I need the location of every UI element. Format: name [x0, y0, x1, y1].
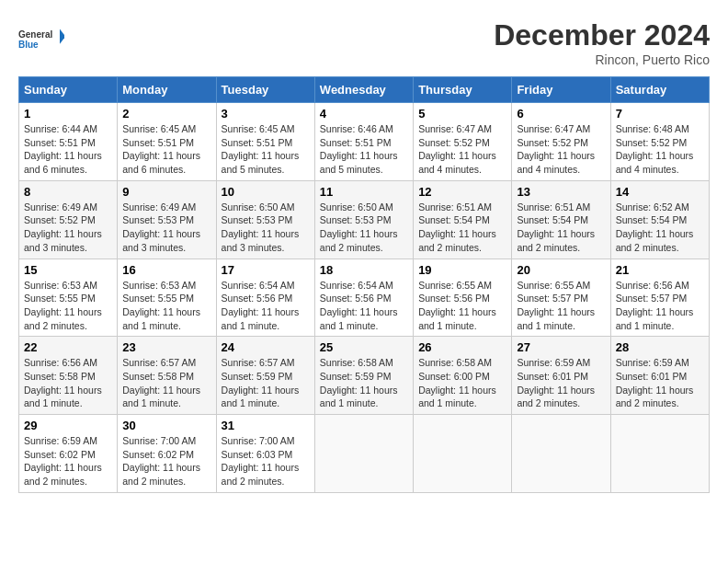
day-info: Sunrise: 6:59 AM Sunset: 6:01 PM Dayligh…	[616, 356, 704, 410]
day-info: Sunrise: 6:45 AM Sunset: 5:51 PM Dayligh…	[122, 122, 210, 177]
day-number: 23	[122, 340, 210, 354]
day-header-tuesday: Tuesday	[216, 77, 314, 103]
day-info: Sunrise: 6:54 AM Sunset: 5:56 PM Dayligh…	[222, 279, 310, 333]
calendar-cell: 29Sunrise: 6:59 AM Sunset: 6:02 PM Dayli…	[19, 415, 118, 493]
calendar-cell: 13Sunrise: 6:51 AM Sunset: 5:54 PM Dayli…	[512, 180, 610, 259]
calendar-cell: 22Sunrise: 6:56 AM Sunset: 5:58 PM Dayli…	[19, 337, 118, 415]
day-info: Sunrise: 6:55 AM Sunset: 5:57 PM Dayligh…	[517, 279, 605, 333]
day-number: 17	[222, 263, 310, 277]
header: General Blue December 2024 Rincon, Puert…	[18, 18, 710, 67]
calendar-cell: 19Sunrise: 6:55 AM Sunset: 5:56 PM Dayli…	[414, 259, 512, 337]
svg-marker-2	[60, 29, 64, 44]
day-info: Sunrise: 6:57 AM Sunset: 5:58 PM Dayligh…	[122, 356, 210, 410]
calendar-week-4: 22Sunrise: 6:56 AM Sunset: 5:58 PM Dayli…	[19, 337, 710, 415]
calendar-cell: 17Sunrise: 6:54 AM Sunset: 5:56 PM Dayli…	[216, 259, 314, 337]
day-info: Sunrise: 6:45 AM Sunset: 5:51 PM Dayligh…	[222, 122, 310, 177]
day-info: Sunrise: 6:51 AM Sunset: 5:54 PM Dayligh…	[517, 201, 605, 255]
day-info: Sunrise: 6:50 AM Sunset: 5:53 PM Dayligh…	[320, 201, 408, 255]
day-number: 21	[616, 263, 704, 277]
day-info: Sunrise: 6:58 AM Sunset: 6:00 PM Dayligh…	[418, 356, 506, 410]
day-info: Sunrise: 6:54 AM Sunset: 5:56 PM Dayligh…	[320, 279, 408, 333]
day-info: Sunrise: 6:44 AM Sunset: 5:51 PM Dayligh…	[24, 122, 112, 177]
day-number: 28	[616, 340, 704, 354]
day-number: 27	[517, 340, 605, 354]
calendar-cell: 1Sunrise: 6:44 AM Sunset: 5:51 PM Daylig…	[19, 103, 118, 181]
day-number: 22	[24, 340, 112, 354]
day-info: Sunrise: 6:56 AM Sunset: 5:58 PM Dayligh…	[24, 356, 112, 410]
svg-text:General: General	[18, 29, 52, 40]
day-number: 9	[122, 185, 210, 199]
day-info: Sunrise: 6:53 AM Sunset: 5:55 PM Dayligh…	[24, 279, 112, 333]
day-header-sunday: Sunday	[19, 77, 118, 103]
day-info: Sunrise: 6:59 AM Sunset: 6:01 PM Dayligh…	[517, 356, 605, 410]
day-info: Sunrise: 7:00 AM Sunset: 6:02 PM Dayligh…	[122, 434, 210, 488]
day-header-saturday: Saturday	[610, 77, 709, 103]
day-number: 3	[222, 107, 310, 121]
calendar-week-5: 29Sunrise: 6:59 AM Sunset: 6:02 PM Dayli…	[19, 415, 710, 493]
day-info: Sunrise: 6:52 AM Sunset: 5:54 PM Dayligh…	[616, 201, 704, 255]
calendar-cell	[414, 415, 512, 493]
title-area: December 2024 Rincon, Puerto Rico	[494, 18, 710, 67]
day-number: 10	[222, 185, 310, 199]
calendar-cell: 11Sunrise: 6:50 AM Sunset: 5:53 PM Dayli…	[314, 180, 413, 259]
day-number: 24	[222, 340, 310, 354]
calendar-cell	[512, 415, 610, 493]
calendar-cell: 2Sunrise: 6:45 AM Sunset: 5:51 PM Daylig…	[118, 103, 216, 181]
day-info: Sunrise: 6:59 AM Sunset: 6:02 PM Dayligh…	[24, 434, 112, 488]
day-info: Sunrise: 6:46 AM Sunset: 5:51 PM Dayligh…	[320, 122, 408, 177]
calendar-cell: 4Sunrise: 6:46 AM Sunset: 5:51 PM Daylig…	[314, 103, 413, 181]
day-number: 5	[418, 107, 506, 121]
calendar-cell: 26Sunrise: 6:58 AM Sunset: 6:00 PM Dayli…	[414, 337, 512, 415]
calendar-cell: 6Sunrise: 6:47 AM Sunset: 5:52 PM Daylig…	[512, 103, 610, 181]
day-info: Sunrise: 6:49 AM Sunset: 5:53 PM Dayligh…	[122, 201, 210, 255]
calendar-week-3: 15Sunrise: 6:53 AM Sunset: 5:55 PM Dayli…	[19, 259, 710, 337]
day-info: Sunrise: 6:47 AM Sunset: 5:52 PM Dayligh…	[418, 122, 506, 177]
day-number: 1	[24, 107, 112, 121]
day-number: 31	[222, 419, 310, 432]
calendar-header: SundayMondayTuesdayWednesdayThursdayFrid…	[19, 77, 710, 103]
calendar-cell: 9Sunrise: 6:49 AM Sunset: 5:53 PM Daylig…	[118, 180, 216, 259]
calendar-cell: 7Sunrise: 6:48 AM Sunset: 5:52 PM Daylig…	[610, 103, 709, 181]
day-number: 19	[418, 263, 506, 277]
day-header-wednesday: Wednesday	[314, 77, 413, 103]
calendar-table: SundayMondayTuesdayWednesdayThursdayFrid…	[18, 76, 710, 493]
day-number: 4	[320, 107, 408, 121]
day-number: 18	[320, 263, 408, 277]
day-number: 29	[24, 419, 112, 432]
day-info: Sunrise: 7:00 AM Sunset: 6:03 PM Dayligh…	[222, 434, 310, 488]
calendar-cell: 23Sunrise: 6:57 AM Sunset: 5:58 PM Dayli…	[118, 337, 216, 415]
day-header-friday: Friday	[512, 77, 610, 103]
day-number: 15	[24, 263, 112, 277]
calendar-cell: 28Sunrise: 6:59 AM Sunset: 6:01 PM Dayli…	[610, 337, 709, 415]
day-number: 7	[616, 107, 704, 121]
day-info: Sunrise: 6:50 AM Sunset: 5:53 PM Dayligh…	[222, 201, 310, 255]
calendar-cell: 30Sunrise: 7:00 AM Sunset: 6:02 PM Dayli…	[118, 415, 216, 493]
day-number: 8	[24, 185, 112, 199]
calendar-cell: 12Sunrise: 6:51 AM Sunset: 5:54 PM Dayli…	[414, 180, 512, 259]
calendar-cell: 20Sunrise: 6:55 AM Sunset: 5:57 PM Dayli…	[512, 259, 610, 337]
calendar-cell: 5Sunrise: 6:47 AM Sunset: 5:52 PM Daylig…	[414, 103, 512, 181]
day-number: 11	[320, 185, 408, 199]
day-info: Sunrise: 6:56 AM Sunset: 5:57 PM Dayligh…	[616, 279, 704, 333]
calendar-cell: 10Sunrise: 6:50 AM Sunset: 5:53 PM Dayli…	[216, 180, 314, 259]
day-info: Sunrise: 6:53 AM Sunset: 5:55 PM Dayligh…	[122, 279, 210, 333]
calendar-cell: 15Sunrise: 6:53 AM Sunset: 5:55 PM Dayli…	[19, 259, 118, 337]
calendar-cell: 18Sunrise: 6:54 AM Sunset: 5:56 PM Dayli…	[314, 259, 413, 337]
day-number: 14	[616, 185, 704, 199]
day-info: Sunrise: 6:51 AM Sunset: 5:54 PM Dayligh…	[418, 201, 506, 255]
day-number: 16	[122, 263, 210, 277]
calendar-cell: 27Sunrise: 6:59 AM Sunset: 6:01 PM Dayli…	[512, 337, 610, 415]
day-number: 25	[320, 340, 408, 354]
month-title: December 2024	[494, 18, 710, 52]
calendar-cell: 31Sunrise: 7:00 AM Sunset: 6:03 PM Dayli…	[216, 415, 314, 493]
calendar-week-2: 8Sunrise: 6:49 AM Sunset: 5:52 PM Daylig…	[19, 180, 710, 259]
calendar-cell: 8Sunrise: 6:49 AM Sunset: 5:52 PM Daylig…	[19, 180, 118, 259]
calendar-cell: 25Sunrise: 6:58 AM Sunset: 5:59 PM Dayli…	[314, 337, 413, 415]
day-number: 26	[418, 340, 506, 354]
day-info: Sunrise: 6:57 AM Sunset: 5:59 PM Dayligh…	[222, 356, 310, 410]
calendar-cell	[314, 415, 413, 493]
day-info: Sunrise: 6:49 AM Sunset: 5:52 PM Dayligh…	[24, 201, 112, 255]
calendar-cell: 3Sunrise: 6:45 AM Sunset: 5:51 PM Daylig…	[216, 103, 314, 181]
day-number: 6	[517, 107, 605, 121]
day-number: 30	[122, 419, 210, 432]
